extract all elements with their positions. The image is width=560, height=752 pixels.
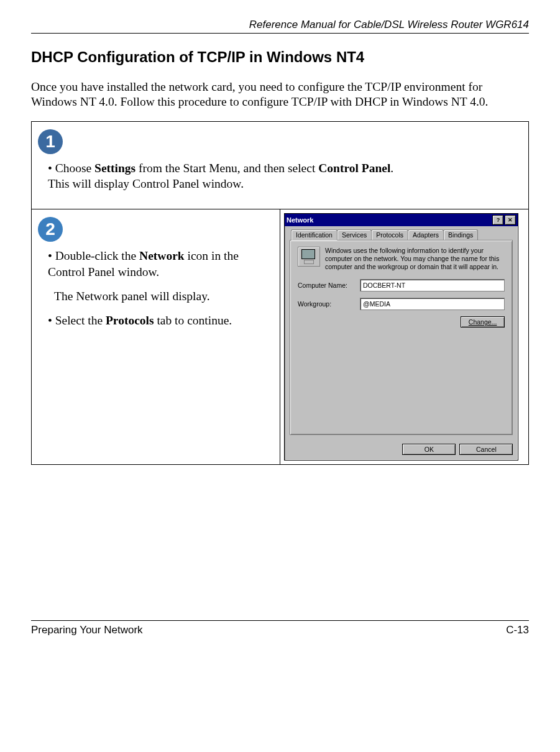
txt: Choose <box>55 162 94 175</box>
txt: tab to continue. <box>154 314 232 327</box>
txt: Double-click the <box>55 249 139 262</box>
ok-button[interactable]: OK <box>402 444 456 455</box>
step-badge-2: 2 <box>38 217 63 242</box>
step-badge-1: 1 <box>38 129 63 154</box>
tab-protocols[interactable]: Protocols <box>371 229 408 241</box>
help-icon[interactable]: ? <box>492 215 503 225</box>
identification-info-text: Windows uses the following information t… <box>325 247 505 270</box>
tab-panel-identification: Windows uses the following information t… <box>290 240 513 435</box>
workgroup-label: Workgroup: <box>298 300 360 308</box>
step-2-p2: The Network panel will display. <box>48 288 271 304</box>
txt: from the Start Menu, and then select <box>135 162 318 175</box>
section-intro: Once you have installed the network card… <box>31 80 529 110</box>
computer-name-label: Computer Name: <box>298 282 360 289</box>
txt: Select the <box>55 314 106 327</box>
dialog-tabs: Identification Services Protocols Adapte… <box>291 229 513 241</box>
workgroup-value: @MEDIA <box>360 298 505 310</box>
step-1-line1: Choose Settings from the Start Menu, and… <box>48 160 520 192</box>
step-2-image-cell: Network ? ✕ Identification Services Prot… <box>280 209 529 465</box>
page-header: Reference Manual for Cable/DSL Wireless … <box>31 19 529 34</box>
bold-control-panel: Control Panel <box>318 162 390 175</box>
tab-bindings[interactable]: Bindings <box>443 229 478 241</box>
tab-identification[interactable]: Identification <box>291 229 337 241</box>
page-footer: Preparing Your Network C-13 <box>31 620 529 636</box>
bold-network: Network <box>139 249 185 262</box>
step-1-cell: 1 Choose Settings from the Start Menu, a… <box>32 121 529 209</box>
txt: . <box>390 162 393 175</box>
bold-settings: Settings <box>94 162 135 175</box>
step-2-p1: Double-click the Network icon in the Con… <box>48 248 271 280</box>
footer-right: C-13 <box>506 624 529 636</box>
step-2-text-cell: 2 Double-click the Network icon in the C… <box>32 209 280 465</box>
footer-left: Preparing Your Network <box>31 624 143 636</box>
bold-protocols: Protocols <box>106 314 154 327</box>
dialog-title-text: Network <box>287 216 313 224</box>
computer-icon <box>298 247 320 267</box>
step-1-line2: This will display Control Panel window. <box>48 177 244 190</box>
close-icon[interactable]: ✕ <box>505 215 516 225</box>
tab-adapters[interactable]: Adapters <box>408 229 444 241</box>
tab-services[interactable]: Services <box>337 229 372 241</box>
change-button[interactable]: Change... <box>461 316 505 328</box>
computer-name-value: DOCBERT-NT <box>360 279 505 291</box>
steps-table: 1 Choose Settings from the Start Menu, a… <box>31 121 529 465</box>
network-dialog: Network ? ✕ Identification Services Prot… <box>284 213 518 461</box>
step-2-p3: Select the Protocols tab to continue. <box>48 313 271 328</box>
dialog-titlebar: Network ? ✕ <box>285 214 518 226</box>
cancel-button[interactable]: Cancel <box>459 444 513 455</box>
section-title: DHCP Configuration of TCP/IP in Windows … <box>31 48 529 66</box>
